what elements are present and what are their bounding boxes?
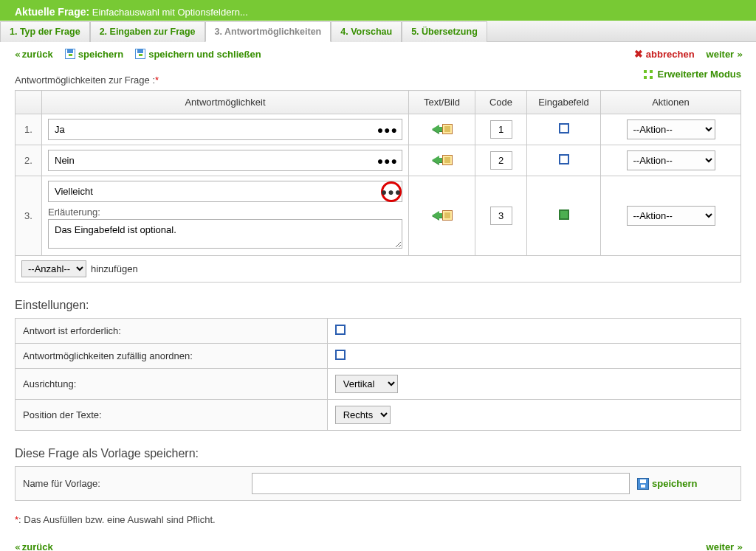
col-actions: Aktionen	[601, 91, 741, 114]
col-answer: Antwortmöglichkeit	[42, 91, 409, 114]
add-row-panel: --Anzahl-- hinzufügen	[15, 256, 741, 283]
inputfield-checkbox[interactable]	[559, 154, 569, 164]
expand-icon	[644, 70, 653, 79]
col-code: Code	[475, 91, 527, 114]
setting-align-select[interactable]: Vertikal	[335, 375, 398, 393]
code-input[interactable]	[490, 120, 512, 139]
settings-title: Einstellungen:	[15, 299, 741, 312]
header-prefix: Aktuelle Frage:	[15, 6, 89, 18]
action-select[interactable]: --Aktion--	[627, 150, 715, 170]
settings-table: Antwort ist erforderlich: Antwortmöglich…	[15, 318, 741, 431]
cancel-link[interactable]: ✖ abbrechen	[634, 48, 695, 60]
footnote: *: Das Ausfüllen bzw. eine Auswahl sind …	[15, 514, 741, 525]
image-icon[interactable]	[442, 210, 453, 221]
header-title: Einfachauswahl mit Optionsfeldern...	[92, 7, 248, 18]
answer-input[interactable]	[48, 119, 402, 140]
row-number: 1.	[16, 114, 42, 145]
setting-shuffle-checkbox[interactable]	[335, 350, 346, 360]
tab-type[interactable]: 1. Typ der Frage	[0, 21, 90, 42]
template-save-button[interactable]: speichern	[637, 478, 733, 490]
save-link[interactable]: speichern	[65, 49, 123, 60]
action-select[interactable]: --Aktion--	[627, 119, 715, 139]
footer-back-link[interactable]: « zurück	[15, 541, 53, 551]
template-panel: Name für Vorlage: speichern	[15, 466, 741, 501]
image-icon[interactable]	[442, 124, 453, 134]
next-link[interactable]: weiter »	[707, 49, 741, 60]
setting-textpos-label: Position der Texte:	[16, 400, 328, 431]
code-input[interactable]	[490, 207, 512, 225]
table-row: 2. ●●●	[16, 145, 741, 176]
template-name-input[interactable]	[252, 473, 630, 494]
footer-next-link[interactable]: weiter »	[707, 541, 741, 551]
table-row: 1. ●●●	[16, 114, 741, 145]
save-icon	[65, 49, 75, 59]
template-name-label: Name für Vorlage:	[23, 478, 244, 489]
add-button[interactable]: hinzufügen	[91, 263, 138, 274]
add-count-select[interactable]: --Anzahl--	[21, 260, 86, 277]
table-row: 3. ●●● Erläuterung:	[16, 176, 741, 256]
page-header: Aktuelle Frage: Einfachauswahl mit Optio…	[0, 0, 756, 21]
tab-translation[interactable]: 5. Übersetzung	[402, 21, 487, 42]
x-icon: ✖	[634, 48, 643, 60]
text-arrow-icon[interactable]	[432, 156, 439, 164]
chevron-right-icon: »	[737, 49, 741, 60]
setting-shuffle-label: Antwortmöglichkeiten zufällig anordnen:	[16, 344, 328, 369]
chevron-left-icon: «	[15, 49, 19, 60]
answer-input[interactable]	[48, 181, 402, 202]
inputfield-checkbox[interactable]	[559, 209, 569, 220]
answers-section-label: Antwortmöglichkeiten zur Frage :*	[15, 74, 741, 86]
disk-icon	[637, 478, 649, 490]
answers-table: Antwortmöglichkeit Text/Bild Code Eingab…	[15, 90, 741, 256]
col-textimg: Text/Bild	[409, 91, 475, 114]
row-number: 3.	[16, 176, 42, 256]
top-toolbar: « zurück speichern speichern und schließ…	[0, 42, 756, 66]
inputfield-checkbox[interactable]	[559, 123, 569, 134]
description-textarea[interactable]	[48, 219, 402, 249]
setting-textpos-select[interactable]: Rechts	[335, 406, 391, 424]
chevron-left-icon: «	[15, 541, 19, 551]
chevron-right-icon: »	[737, 541, 741, 551]
code-input[interactable]	[490, 151, 512, 170]
row-number: 2.	[16, 145, 42, 176]
advanced-mode-link[interactable]: Erweiterter Modus	[644, 69, 741, 80]
save-close-link[interactable]: speichern und schließen	[135, 49, 261, 60]
tab-answers[interactable]: 3. Antwortmöglichkeiten	[205, 21, 331, 42]
col-inputfield: Eingabefeld	[527, 91, 601, 114]
more-icon[interactable]: ●●●	[377, 155, 398, 167]
text-arrow-icon[interactable]	[432, 125, 439, 134]
template-title: Diese Frage als Vorlage speichern:	[15, 447, 741, 460]
save-close-icon	[135, 49, 145, 59]
setting-required-checkbox[interactable]	[335, 325, 346, 335]
more-icon[interactable]: ●●●	[377, 124, 398, 136]
text-arrow-icon[interactable]	[432, 211, 439, 220]
setting-align-label: Ausrichtung:	[16, 369, 328, 400]
tab-inputs[interactable]: 2. Eingaben zur Frage	[90, 21, 205, 42]
description-label: Erläuterung:	[48, 207, 402, 218]
more-icon-highlighted[interactable]: ●●●	[381, 181, 402, 202]
back-link[interactable]: « zurück	[15, 49, 53, 60]
setting-required-label: Antwort ist erforderlich:	[16, 319, 328, 344]
wizard-tabs: 1. Typ der Frage 2. Eingaben zur Frage 3…	[0, 21, 756, 42]
action-select[interactable]: --Aktion--	[627, 206, 715, 226]
tab-preview[interactable]: 4. Vorschau	[331, 21, 402, 42]
image-icon[interactable]	[442, 155, 453, 165]
footer-nav: « zurück weiter »	[15, 538, 741, 551]
answer-input[interactable]	[48, 150, 402, 171]
